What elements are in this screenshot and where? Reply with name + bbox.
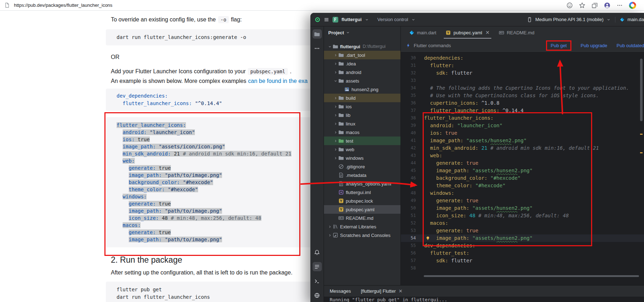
project-selector[interactable]: fluttergui: [341, 17, 362, 22]
editor-line-52[interactable]: 52 macos:: [401, 219, 644, 227]
code-block-launcher-config[interactable]: flutter_launcher_icons: android: "launch…: [106, 117, 335, 247]
emoji-icon[interactable]: [566, 2, 573, 9]
chevron-right-icon[interactable]: [333, 69, 338, 75]
editor-line-50[interactable]: 50 image_path: "assets/hunsen2.png": [401, 204, 644, 212]
tree-item-build[interactable]: build: [324, 94, 400, 102]
terminal-tool-button[interactable]: [313, 276, 322, 286]
editor-line-58[interactable]: 58: [401, 264, 644, 272]
device-selector[interactable]: Medium Phone API 36.1 (mobile): [535, 17, 604, 22]
chevron-right-icon[interactable]: [333, 147, 338, 152]
editor-line-47[interactable]: 47 theme_color: "#hexcode": [401, 182, 644, 189]
chevron-right-icon[interactable]: [327, 232, 333, 238]
editor-line-31[interactable]: 31 flutter:: [401, 62, 644, 69]
more-icon[interactable]: [616, 2, 623, 9]
editor-line-30[interactable]: 30dependencies:: [401, 54, 644, 62]
tab-readme-md[interactable]: README.md: [494, 26, 539, 39]
tree-item-external-libraries[interactable]: External Libraries: [324, 222, 400, 231]
tab-pubspec-yaml[interactable]: pubspec.yaml✕: [441, 26, 494, 39]
vertical-scrollbar[interactable]: [640, 59, 643, 121]
close-icon[interactable]: ✕: [485, 30, 490, 35]
chevron-right-icon[interactable]: [333, 95, 338, 101]
pub-outdated-action[interactable]: Pub outdated: [616, 43, 644, 48]
tab-main-dart[interactable]: main.dart: [404, 26, 441, 39]
url-text[interactable]: https://pub.dev/packages/flutter_launche…: [14, 3, 112, 8]
editor-line-38[interactable]: 38flutter_launcher_icons:: [401, 114, 644, 122]
tree-item-assets[interactable]: assets: [324, 76, 400, 85]
browser-address-bar[interactable]: https://pub.dev/packages/flutter_launche…: [0, 0, 644, 11]
chevron-right-icon[interactable]: [327, 224, 333, 229]
tree-item-pubspec-yaml[interactable]: pubspec.yaml: [324, 205, 400, 214]
tree-item-analysis-options-yaml[interactable]: analysis_options.yaml: [324, 179, 400, 188]
tree-item-hunsen2-png[interactable]: hunsen2.png: [324, 85, 400, 94]
tree-item-fluttergui-iml[interactable]: fluttergui.iml: [324, 188, 400, 197]
editor-line-44[interactable]: 44 generate: true: [401, 159, 644, 167]
tree-item-windows[interactable]: windows: [324, 154, 400, 162]
messages-panel-title[interactable]: Messages: [330, 288, 351, 294]
tree-item-scratches-and-consoles[interactable]: Scratches and Consoles: [324, 231, 400, 239]
example-link[interactable]: can be found in the exa: [248, 78, 308, 84]
tree-item-idea[interactable]: .idea: [324, 59, 400, 68]
horizontal-scrollbar[interactable]: [424, 275, 639, 277]
more-tool-windows-button[interactable]: [313, 44, 322, 53]
favorites-star-icon[interactable]: [579, 2, 585, 9]
tree-item-gitignore[interactable]: .gitignore: [324, 162, 400, 171]
chevron-right-icon[interactable]: [333, 138, 338, 144]
tree-item-ios[interactable]: ios: [324, 102, 400, 111]
editor-line-51[interactable]: 51 icon_size: 48 # min:48, max:256, defa…: [401, 212, 644, 219]
browser-logo-icon[interactable]: [629, 2, 636, 9]
editor-line-45[interactable]: 45 image_path: "assets/hunsen2.png": [401, 167, 644, 174]
code-block-dev-dependencies[interactable]: dev_dependencies: flutter_launcher_icons…: [106, 89, 335, 111]
code-block-run-commands[interactable]: flutter pub getdart run flutter_launcher…: [106, 282, 335, 302]
editor-line-48[interactable]: 48 windows:: [401, 189, 644, 197]
messages-tool-button[interactable]: [313, 262, 322, 271]
chevron-right-icon[interactable]: [333, 121, 338, 127]
editor-line-33[interactable]: 33: [401, 77, 644, 84]
project-tool-button[interactable]: [313, 29, 322, 39]
tree-item-pubspec-lock[interactable]: pubspec.lock: [324, 197, 400, 205]
web-tool-button[interactable]: [313, 291, 322, 300]
editor-line-42[interactable]: 42 min_sdk_android: 21 # android min sdk…: [401, 144, 644, 152]
editor-line-41[interactable]: 41 image_path: "assets/hunsen2.png": [401, 137, 644, 144]
editor-line-55[interactable]: 55dev_dependencies:: [401, 242, 644, 249]
project-panel-header[interactable]: Project: [324, 26, 400, 39]
editor-line-32[interactable]: 32 sdk: flutter: [401, 69, 644, 77]
flutter-console-tab[interactable]: [fluttergui] Flutter ✕: [361, 288, 402, 294]
editor-line-37[interactable]: 37 flutter_launcher_icons: ^0.14.4: [401, 107, 644, 114]
tree-item-macos[interactable]: macos: [324, 128, 400, 137]
tree-item-lib[interactable]: lib: [324, 111, 400, 119]
close-icon[interactable]: ✕: [399, 288, 403, 294]
editor-line-40[interactable]: 40 ios: true: [401, 129, 644, 137]
tree-item-android[interactable]: android: [324, 68, 400, 76]
tree-item-web[interactable]: web: [324, 145, 400, 154]
pub-get-action[interactable]: Pub get: [546, 40, 571, 51]
notifications-button[interactable]: [313, 248, 322, 257]
editor-line-46[interactable]: 46 background_color: "#hexcode": [401, 174, 644, 182]
tree-item-fluttergui[interactable]: flutterguiD:\fluttergui: [324, 42, 400, 51]
tree-item-linux[interactable]: linux: [324, 119, 400, 128]
collections-icon[interactable]: [591, 2, 598, 9]
editor-line-43[interactable]: 43 web:: [401, 152, 644, 159]
chevron-right-icon[interactable]: [333, 61, 338, 66]
editor-line-35[interactable]: 35 # Use with the CupertinoIcons class f…: [401, 92, 644, 99]
chevron-right-icon[interactable]: [333, 52, 338, 58]
editor-line-39[interactable]: 39 android: "launcher_icon": [401, 122, 644, 129]
editor-line-49[interactable]: 49 generate: true: [401, 197, 644, 204]
tree-item-readme-md[interactable]: README.md: [324, 214, 400, 222]
pub-upgrade-action[interactable]: Pub upgrade: [581, 43, 607, 48]
editor-line-36[interactable]: 36 cupertino_icons: ^1.0.8: [401, 99, 644, 107]
chevron-right-icon[interactable]: [333, 155, 338, 161]
tree-item-dart-tool[interactable]: .dart_tool: [324, 51, 400, 59]
run-configuration-selector[interactable]: main.da: [628, 17, 644, 22]
chevron-right-icon[interactable]: [333, 104, 338, 109]
editor-line-34[interactable]: 34 # The following adds the Cupertino Ic…: [401, 84, 644, 92]
code-block-generate-command[interactable]: dart run flutter_launcher_icons:generate…: [106, 29, 335, 45]
editor-line-57[interactable]: 57 sdk: flutter: [401, 257, 644, 264]
tree-item-metadata[interactable]: .metadata: [324, 171, 400, 179]
editor-line-53[interactable]: 53 generate: true: [401, 227, 644, 234]
android-studio-icon[interactable]: [315, 17, 320, 23]
editor-line-54[interactable]: 54 image_path: "assets/hunsen2.png": [401, 234, 644, 242]
chevron-right-icon[interactable]: [333, 112, 338, 118]
editor-line-56[interactable]: 56 flutter_test:: [401, 249, 644, 257]
chevron-down-icon[interactable]: [327, 44, 333, 49]
main-menu-icon[interactable]: [324, 17, 329, 23]
